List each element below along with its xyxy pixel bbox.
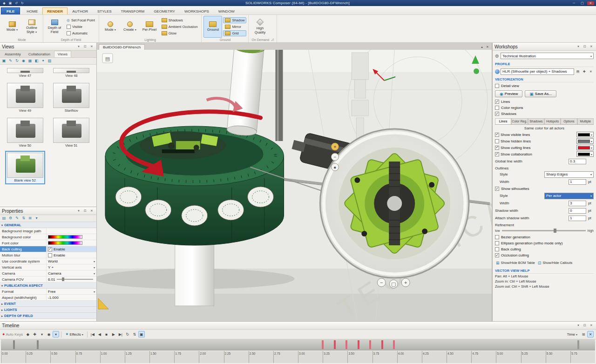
panel-menu-icon[interactable]: ▾ [76,45,81,48]
viewport-canvas[interactable]: TECHNICAL [97,50,492,321]
ribbon-tab[interactable]: TRANSFORM [116,7,149,14]
slider-handle[interactable] [62,277,64,281]
detail-zoom-controls[interactable]: − ▢ + [377,278,410,288]
shadow-width-input[interactable]: 0 [569,208,586,214]
timeline-track[interactable] [1,339,595,351]
vectorization-tab[interactable]: Hotspots [544,118,561,124]
view-thumbnail[interactable]: View 50 [5,116,45,149]
show-hide-bom-table-button[interactable]: ⊞ Show/Hide BOM Table [495,260,536,266]
show-silhouettes-checkbox[interactable]: ✓ Show silhouettes [495,186,594,192]
view-thumbnail[interactable]: View 51 [51,116,91,149]
keyframe-marker[interactable] [345,340,347,349]
outline-width-input[interactable]: 1 [569,179,586,185]
view-thumbnail[interactable]: StartNov [51,81,91,115]
key-tool-button[interactable]: ◉ [46,331,52,337]
keyframe-marker[interactable] [37,340,39,349]
ribbon-tab[interactable]: WINDOW [214,7,239,14]
properties-section-lights[interactable]: ▸ LIGHTS [0,307,96,313]
view-thumbnail[interactable]: View 48 [51,66,91,80]
fov-slider[interactable] [57,279,93,280]
attach-shadow-width-input[interactable]: 1 [569,216,586,221]
views-tab[interactable]: Assembly [1,51,25,57]
silhouette-style-dropdown[interactable]: Per actor ▾ [544,193,594,199]
app-icon[interactable]: ◆ [2,1,7,5]
timeline-view-button[interactable]: ⊞ [580,331,587,337]
line-option-row[interactable]: ✓ Show collaboration ▾ [495,151,594,157]
pin-icon[interactable]: ⊡ [82,45,88,48]
pin-icon[interactable]: ⊡ [582,45,588,48]
vectorization-tab[interactable]: Multiple [577,118,594,124]
playback-button[interactable]: ▶ [110,331,117,337]
ribbon-tab[interactable]: GEOMETRY [149,7,180,14]
property-row-coordinate-system[interactable]: Use coordinate system World▾ [0,258,96,264]
checkbox[interactable] [48,253,52,257]
keyframe-marker[interactable] [322,340,324,349]
keyframe-marker[interactable] [577,340,579,349]
undo-icon[interactable]: ↺ [14,1,19,5]
silhouette-width-input[interactable]: 3 [569,201,586,206]
vectorization-tab[interactable]: Shadows [528,118,544,124]
document-tab[interactable]: BullDOG80-DFWrench [99,44,145,50]
line-option-row[interactable]: Show hidden lines ▾ [495,138,594,144]
chevron-down-icon[interactable]: ▾ [94,290,95,293]
property-row-format[interactable]: Format Free▾ [0,289,96,295]
ribbon-tab[interactable]: WORKSHOPS [180,7,214,14]
properties-toolbar-button[interactable]: ⊞ [27,216,33,221]
key-tool-button[interactable]: ◆ [25,331,31,337]
property-row-background-color[interactable]: Background color [0,234,96,240]
playback-button[interactable]: ▣ [138,331,145,337]
properties-section-publication-aspect[interactable]: ▾ PUBLICATION ASPECT [0,283,96,289]
playback-button[interactable]: ▶| [117,331,124,337]
views-toolbar-button[interactable]: ✦ [40,58,46,64]
vectorization-option-checkbox[interactable]: Bezier generation [495,234,594,240]
line-option-row[interactable]: ✓ Show visible lines ▾ [495,131,594,138]
pin-icon[interactable]: ⊡ [82,209,88,213]
viewport-scene[interactable]: TECHNICAL [97,50,492,321]
lighting-option-button[interactable]: Glow [160,30,200,36]
vectorization-tab[interactable]: Lines [495,118,511,124]
playback-button[interactable]: ◀ [96,331,103,337]
automatic-checkbox[interactable]: Automatic [65,30,97,36]
depth-of-field-button[interactable]: Depth of Field [45,16,64,38]
close-icon[interactable]: ✕ [89,209,95,213]
redo-icon[interactable]: ↻ [20,1,25,5]
detail-view-checkbox[interactable]: Detail view [495,83,594,89]
key-tool-button[interactable]: ▾ [53,331,59,337]
checkbox[interactable]: ✓ [48,247,52,251]
render-mode-button[interactable]: Mode ▾ [3,16,21,38]
views-toolbar-button[interactable]: ▨ [47,58,53,64]
playback-button[interactable]: ↻ [124,331,131,337]
delete-profile-icon[interactable]: ✕ [588,69,594,74]
line-option-row[interactable]: ✓ Show cutting lines ▾ [495,144,594,151]
keyframe-marker[interactable] [334,340,336,349]
vectorization-option-checkbox[interactable]: ✓ Occlusion culling [495,252,594,258]
timeline-view-button[interactable]: ✕ [587,331,594,337]
color-gradient-swatch[interactable] [48,241,82,245]
save-icon[interactable]: ▣ [8,1,13,5]
render-output-checkbox[interactable]: Color regions [495,105,594,111]
chevron-down-icon[interactable]: ▾ [94,266,95,269]
ribbon-tab[interactable]: RENDER [42,7,68,14]
tab-close-icon[interactable]: ✕ [485,45,490,49]
panel-menu-icon[interactable]: ▾ [576,324,581,327]
keyframe-marker[interactable] [381,340,383,349]
viewport-corner-tool[interactable]: ▤ [102,54,113,63]
keyframe-marker[interactable] [358,340,359,349]
views-toolbar-button[interactable]: ✎ [7,58,14,64]
show-hide-callouts-button[interactable]: ⊡ Show/Hide Callouts [537,260,573,266]
auto-keys-label[interactable]: Auto Keys [6,332,22,337]
vectorization-tab[interactable]: Color Reg... [511,118,528,124]
save-as-button[interactable]: ▣ Save As... [525,90,556,97]
close-button[interactable]: ✕ [587,1,594,5]
refinement-slider[interactable] [502,230,586,231]
minimize-button[interactable]: ─ [570,1,577,5]
vectorization-option-checkbox[interactable]: Back culling [495,246,594,252]
chevron-down-icon[interactable]: ▾ [94,260,95,263]
ribbon-tab[interactable]: HOME [22,7,42,14]
high-quality-button[interactable]: High Quality [251,16,269,37]
line-color-dropdown[interactable]: ▾ [576,151,594,157]
visible-checkbox[interactable]: Visible [65,24,97,30]
property-row-motion-blur[interactable]: Motion blur Enable [0,252,96,258]
properties-toolbar-button[interactable]: ⇅ [20,216,27,221]
playback-button[interactable]: ⇅ [131,331,138,337]
